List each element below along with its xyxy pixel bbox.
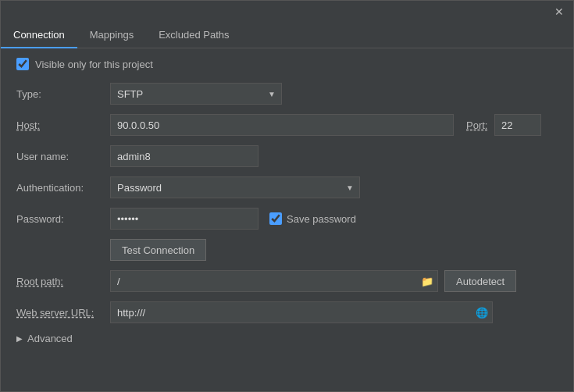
type-select[interactable]: SFTP FTP FTPS WebDAV xyxy=(110,83,282,105)
visible-only-checkbox[interactable] xyxy=(16,58,29,70)
save-password-checkbox[interactable] xyxy=(269,212,282,225)
password-input[interactable] xyxy=(110,208,258,230)
autodetect-button[interactable]: Autodetect xyxy=(444,270,516,292)
password-row-inner: Save password xyxy=(110,208,356,230)
test-connection-row: Test Connection xyxy=(110,239,558,261)
type-row: Type: SFTP FTP FTPS WebDAV ▼ xyxy=(16,83,558,105)
rootpath-label: Root path: xyxy=(16,276,110,287)
content-panel: Visible only for this project Type: SFTP… xyxy=(1,48,573,391)
weburl-input[interactable] xyxy=(110,301,493,323)
password-row: Password: Save password xyxy=(16,208,558,230)
globe-icon: 🌐 xyxy=(476,307,488,319)
folder-icon: 📁 xyxy=(421,276,433,287)
username-input[interactable] xyxy=(110,145,258,167)
username-label: User name: xyxy=(16,151,110,162)
tab-excluded-paths[interactable]: Excluded Paths xyxy=(146,23,241,48)
weburl-row: Web server URL: 🌐 xyxy=(16,301,558,323)
tab-bar: Connection Mappings Excluded Paths xyxy=(1,23,573,48)
type-label: Type: xyxy=(16,88,110,100)
tab-mappings[interactable]: Mappings xyxy=(77,23,146,48)
auth-select[interactable]: Password Key pair (OpenSSH or PuTTY) Ope… xyxy=(110,176,360,198)
visible-only-label: Visible only for this project xyxy=(35,59,153,70)
weburl-wrapper: 🌐 xyxy=(110,301,493,323)
advanced-row[interactable]: ▶ Advanced xyxy=(16,333,558,344)
port-label: Port: xyxy=(466,119,494,131)
auth-row: Authentication: Password Key pair (OpenS… xyxy=(16,176,558,198)
visible-only-row: Visible only for this project xyxy=(16,58,558,70)
port-input[interactable] xyxy=(494,114,541,136)
rootpath-row: Root path: 📁 Autodetect xyxy=(16,270,558,292)
save-password-text: Save password xyxy=(287,213,356,225)
save-password-label[interactable]: Save password xyxy=(269,212,356,225)
host-input[interactable] xyxy=(110,114,454,136)
auth-select-wrapper: Password Key pair (OpenSSH or PuTTY) Ope… xyxy=(110,176,360,198)
dialog-window: ✕ Connection Mappings Excluded Paths Vis… xyxy=(0,0,574,392)
test-connection-button[interactable]: Test Connection xyxy=(110,239,206,261)
weburl-label: Web server URL: xyxy=(16,307,110,319)
type-select-wrapper: SFTP FTP FTPS WebDAV ▼ xyxy=(110,83,282,105)
host-label: Host: xyxy=(16,119,110,131)
advanced-arrow-icon: ▶ xyxy=(16,334,23,343)
username-row: User name: xyxy=(16,145,558,167)
rootpath-input[interactable] xyxy=(110,270,438,292)
advanced-label: Advanced xyxy=(27,333,73,344)
auth-label: Authentication: xyxy=(16,182,110,194)
close-button[interactable]: ✕ xyxy=(551,4,567,20)
password-label: Password: xyxy=(16,213,110,225)
rootpath-wrapper: 📁 xyxy=(110,270,438,292)
host-row: Host: Port: xyxy=(16,114,558,136)
title-bar: ✕ xyxy=(1,1,573,23)
tab-connection[interactable]: Connection xyxy=(1,23,77,48)
